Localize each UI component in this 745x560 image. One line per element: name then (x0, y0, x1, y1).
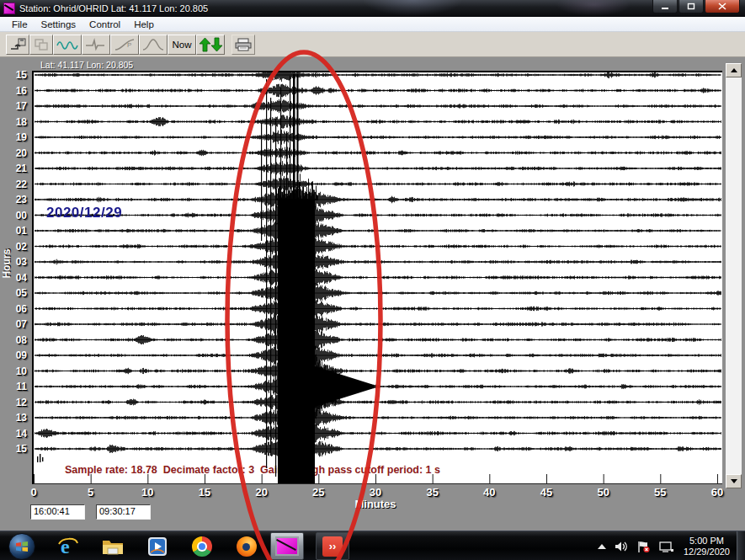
taskbar-internet-explorer[interactable]: e (56, 535, 80, 558)
menu-item-help[interactable]: Help (127, 19, 161, 30)
restore-icon (687, 3, 695, 10)
hour-label: 11 (0, 380, 27, 393)
hour-label: 04 (0, 271, 27, 285)
taskbar-firefox[interactable] (235, 535, 258, 558)
taskbar-seismograph-app[interactable] (270, 532, 304, 560)
folder-icon (101, 536, 125, 557)
show-desktop-button[interactable] (737, 531, 745, 560)
chrome-icon (192, 536, 212, 557)
menu-item-control[interactable]: Control (82, 19, 127, 30)
minute-label: 55 (647, 486, 673, 499)
plot-area: Sample rate: 18.78 Decimate factor: 3 Ga… (32, 71, 722, 484)
green-up-arrow-icon (198, 36, 223, 53)
minute-label: 30 (362, 486, 389, 499)
close-icon (718, 3, 726, 10)
flag-alert-icon (636, 540, 651, 553)
hour-label: 17 (0, 99, 27, 113)
screen: Station: Ohrid/OHRID Lat: 41.117 Lon: 20… (0, 0, 745, 560)
menu-item-settings[interactable]: Settings (35, 19, 83, 30)
aero-glass-highlight-2 (556, 0, 631, 16)
minute-label: 40 (476, 486, 503, 499)
network-monitor-icon (658, 540, 674, 553)
gain-curve-button[interactable]: P (110, 35, 139, 55)
taskbar-media-player[interactable] (146, 535, 169, 558)
system-tray: 5:00 PM 12/29/2020 (598, 531, 745, 560)
taskbar-clock[interactable]: 5:00 PM 12/29/2020 (684, 536, 730, 557)
plot-coordinates-label: Lat: 41.117 Lon: 20.805 (40, 60, 133, 70)
network-tray-icon[interactable] (658, 540, 674, 553)
minute-label: 25 (305, 486, 332, 499)
hour-label: 21 (0, 162, 27, 175)
window-titlebar[interactable]: Station: Ohrid/OHRID Lat: 41.117 Lon: 20… (0, 0, 745, 17)
trigger-trace-button[interactable] (82, 35, 110, 55)
print-button[interactable] (231, 35, 255, 55)
minutes-axis-title: Minutes (342, 498, 409, 510)
helicorder-canvas[interactable] (34, 72, 722, 483)
hour-label: 02 (0, 240, 27, 253)
menu-item-file[interactable]: File (5, 19, 35, 30)
firefox-icon (237, 536, 257, 557)
window-title: Station: Ohrid/OHRID Lat: 41.117 Lon: 20… (19, 3, 208, 13)
app-window-icon (3, 3, 15, 14)
scrollbar-up-button[interactable] (726, 63, 742, 77)
scrollbar-down-button[interactable] (726, 474, 742, 488)
hour-label: 03 (0, 255, 27, 269)
show-hidden-icons-button[interactable] (598, 544, 606, 549)
minute-label: 45 (533, 486, 560, 499)
scroll-up-arrow-icon (731, 68, 737, 72)
speaker-icon (614, 540, 629, 553)
volume-tray-icon[interactable] (614, 540, 629, 553)
taskbar: e (0, 531, 745, 560)
now-button[interactable]: Now (168, 35, 196, 55)
hour-label: 06 (0, 302, 27, 316)
hour-label: 14 (0, 427, 27, 440)
hour-label: 08 (0, 333, 27, 347)
svg-text:P: P (127, 41, 131, 49)
hour-label: 12 (0, 396, 27, 409)
copy-button-disabled[interactable] (29, 35, 53, 55)
waveform-view-button[interactable] (53, 35, 82, 55)
aero-glass-highlight (362, 0, 463, 16)
minimize-icon (661, 3, 669, 10)
hour-label: 19 (0, 131, 27, 144)
scroll-up-down-buttons[interactable] (196, 35, 225, 55)
hour-label: 15 (0, 68, 27, 82)
minute-label: 5 (77, 486, 104, 499)
scroll-down-arrow-icon (731, 479, 737, 483)
action-center-tray-icon[interactable] (636, 540, 651, 553)
time-field-1[interactable]: 16:00:41 (30, 504, 85, 520)
bell-filter-button[interactable] (139, 35, 168, 55)
clock-date: 12/29/2020 (684, 547, 730, 557)
hour-label: 15 (0, 442, 27, 456)
hour-label: 16 (0, 84, 27, 98)
copy-icon (32, 37, 51, 52)
minute-label: 0 (20, 486, 47, 499)
taskbar-file-explorer[interactable] (101, 535, 125, 558)
time-field-2[interactable]: 09:30:17 (96, 504, 151, 520)
toolbar: P Now (0, 32, 745, 57)
hour-label: 13 (0, 411, 27, 424)
minimize-button[interactable] (652, 0, 678, 13)
taskbar-chrome[interactable] (190, 535, 214, 558)
hour-label: 01 (0, 224, 27, 237)
hour-label: 09 (0, 349, 27, 362)
hour-label: 23 (0, 193, 27, 206)
gain-curve-icon: P (113, 37, 136, 52)
up-arrow-icon (598, 544, 606, 549)
minute-label: 20 (248, 486, 275, 499)
minute-label: 50 (590, 486, 617, 499)
date-annotation: 2020/12/29 (46, 205, 122, 221)
close-button[interactable] (705, 0, 740, 13)
taskbar-recorder-app[interactable]: ›› (316, 532, 349, 560)
open-record-button[interactable] (6, 35, 29, 55)
restore-button[interactable] (678, 0, 704, 13)
hour-label: 20 (0, 147, 27, 160)
hour-label: 05 (0, 286, 27, 300)
hour-label: 07 (0, 317, 27, 331)
waveform-icon (56, 37, 79, 52)
hour-label: 00 (0, 209, 27, 222)
start-button[interactable] (8, 533, 35, 560)
vertical-scrollbar[interactable] (726, 63, 742, 488)
trigger-trace-icon (84, 37, 108, 52)
clock-time: 5:00 PM (684, 536, 730, 547)
